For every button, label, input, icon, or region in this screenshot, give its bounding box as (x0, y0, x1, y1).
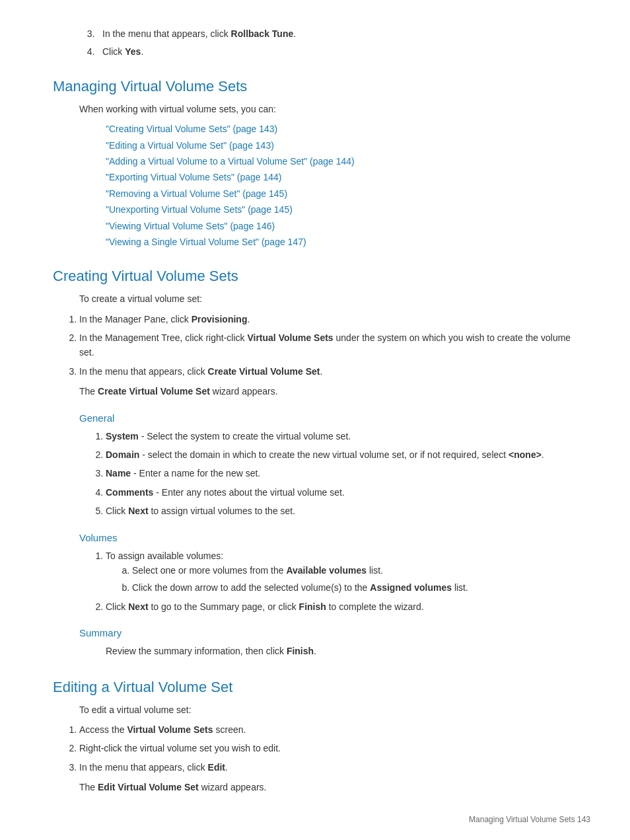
intro-steps: 3. In the menu that appears, click Rollb… (79, 26, 577, 59)
editing-step-2: Right-click the virtual volume set you w… (79, 741, 577, 755)
managing-heading: Managing Virtual Volume Sets (53, 78, 577, 95)
creating-step-3: In the menu that appears, click Create V… (79, 364, 577, 379)
intro-step-4: 4. Click Yes. (79, 44, 577, 59)
creating-heading: Creating Virtual Volume Sets (53, 268, 577, 285)
link-adding[interactable]: "Adding a Virtual Volume to a Virtual Vo… (106, 154, 577, 169)
volumes-substeps: Select one or more volumes from the Avai… (132, 563, 577, 595)
link-editing[interactable]: "Editing a Virtual Volume Set" (page 143… (106, 138, 577, 153)
general-step-2: Domain - select the domain in which to c… (106, 447, 577, 462)
general-steps: System - Select the system to create the… (106, 429, 577, 519)
link-viewing[interactable]: "Viewing Virtual Volume Sets" (page 146) (106, 219, 577, 233)
editing-heading: Editing a Virtual Volume Set (53, 679, 577, 696)
creating-step-1: In the Manager Pane, click Provisioning. (79, 312, 577, 326)
creating-step-2: In the Management Tree, click right-clic… (79, 330, 577, 360)
editing-intro: To edit a virtual volume set: (79, 703, 577, 717)
volumes-steps: To assign available volumes: Select one … (106, 549, 577, 615)
summary-text: Review the summary information, then cli… (106, 644, 577, 658)
footer-text: Managing Virtual Volume Sets 143 (469, 815, 590, 824)
editing-steps: Access the Virtual Volume Sets screen. R… (79, 722, 577, 775)
general-subheading: General (79, 412, 577, 424)
volumes-subheading: Volumes (79, 532, 577, 543)
creating-intro: To create a virtual volume set: (79, 291, 577, 306)
general-step-3: Name - Enter a name for the new set. (106, 466, 577, 480)
general-step-5: Click Next to assign virtual volumes to … (106, 504, 577, 518)
page-footer: Managing Virtual Volume Sets 143 (469, 815, 590, 824)
volumes-step-1: To assign available volumes: Select one … (106, 549, 577, 595)
creating-wizard-note: The Create Virtual Volume Set wizard app… (79, 384, 577, 399)
editing-wizard-note: The Edit Virtual Volume Set wizard appea… (79, 780, 577, 794)
managing-links: "Creating Virtual Volume Sets" (page 143… (106, 122, 577, 249)
creating-steps: In the Manager Pane, click Provisioning.… (79, 312, 577, 379)
page-content: 3. In the menu that appears, click Rollb… (53, 26, 577, 795)
link-removing[interactable]: "Removing a Virtual Volume Set" (page 14… (106, 186, 577, 201)
general-step-1: System - Select the system to create the… (106, 429, 577, 443)
link-creating[interactable]: "Creating Virtual Volume Sets" (page 143… (106, 122, 577, 136)
link-viewing-single[interactable]: "Viewing a Single Virtual Volume Set" (p… (106, 235, 577, 249)
general-step-4: Comments - Enter any notes about the vir… (106, 485, 577, 500)
volumes-step-2: Click Next to go to the Summary page, or… (106, 599, 577, 614)
volumes-substep-b: Click the down arrow to add the selected… (132, 580, 577, 595)
intro-step-3: 3. In the menu that appears, click Rollb… (79, 26, 577, 41)
managing-intro: When working with virtual volume sets, y… (79, 102, 577, 116)
link-exporting[interactable]: "Exporting Virtual Volume Sets" (page 14… (106, 170, 577, 184)
editing-step-1: Access the Virtual Volume Sets screen. (79, 722, 577, 737)
summary-subheading: Summary (79, 627, 577, 638)
volumes-substep-a: Select one or more volumes from the Avai… (132, 563, 577, 578)
link-unexporting[interactable]: "Unexporting Virtual Volume Sets" (page … (106, 202, 577, 217)
editing-step-3: In the menu that appears, click Edit. (79, 760, 577, 775)
